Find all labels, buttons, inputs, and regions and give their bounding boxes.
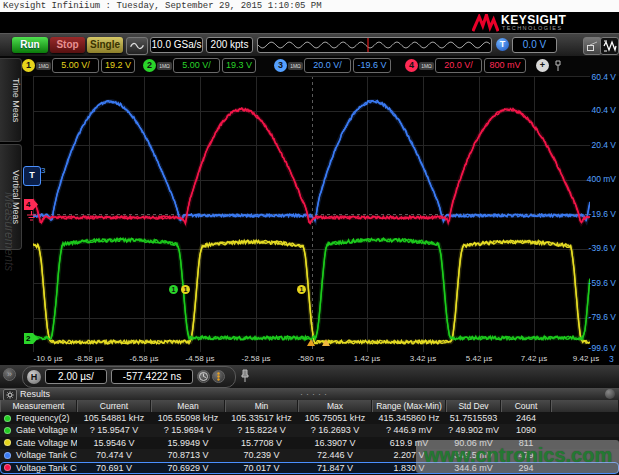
- brand-subtitle: TECHNOLOGIES: [502, 25, 563, 31]
- results-title-bar[interactable]: Results ·····: [0, 388, 619, 400]
- right-axis-label: -19.6 V: [586, 209, 616, 219]
- measurement-dot: [4, 452, 11, 459]
- horizontal-icon[interactable]: H: [27, 370, 41, 384]
- panel-drag-handle[interactable]: ·····: [300, 388, 330, 400]
- keysight-spark-icon: [472, 14, 499, 32]
- channel-bar: 1 1MΩ 5.00 V/ 19.2 V 2 1MΩ 5.00 V/ 19.3 …: [0, 56, 619, 76]
- channel-2-coupling: 1MΩ: [157, 62, 172, 70]
- trigger-level-marker[interactable]: T: [23, 166, 41, 186]
- timebase-position-field[interactable]: -577.4222 ns: [111, 369, 193, 384]
- acquisition-toolbar: Run Stop Single 10.0 GSa/s 200 kpts T 0.…: [0, 33, 619, 56]
- time-axis-label: -10.6 µs: [33, 354, 62, 363]
- acquisition-overview[interactable]: [257, 37, 492, 53]
- time-axis-label: 5.42 µs: [466, 354, 492, 363]
- right-axis-label: 400 mV: [586, 174, 616, 184]
- channel-4-scale-field[interactable]: 20.0 V/: [435, 58, 482, 73]
- time-axis-label: -4.58 µs: [185, 354, 214, 363]
- channel-1-icon[interactable]: 1: [22, 59, 35, 72]
- add-channel-button[interactable]: +: [536, 59, 549, 72]
- column-header[interactable]: Mean: [151, 400, 225, 412]
- right-axis-label: 20.4 V: [586, 140, 616, 150]
- waveform-traces: [33, 76, 590, 352]
- measurement-dot: [4, 439, 11, 446]
- results-header-row: Measurement Current Mean Min Max Range (…: [0, 400, 619, 412]
- time-axis-label: -6.58 µs: [129, 354, 158, 363]
- channel-3-icon[interactable]: 3: [274, 59, 287, 72]
- horizontal-bar: » H 2.00 µs/ -577.4222 ns: [0, 365, 619, 388]
- measurements-ghost-label: Measurements: [2, 192, 16, 271]
- timebase-scale-field[interactable]: 2.00 µs/: [45, 369, 107, 384]
- column-header[interactable]: Min: [225, 400, 298, 412]
- right-axis-label: -59.6 V: [586, 278, 616, 288]
- waveform-display[interactable]: 1 1 1: [33, 76, 590, 352]
- time-axis-label: -8.58 µs: [74, 354, 103, 363]
- results-collapse-button[interactable]: [605, 389, 615, 399]
- channel-2-icon[interactable]: 2: [143, 59, 156, 72]
- horizontal-scale-icon[interactable]: [126, 37, 148, 55]
- overview-waveform: [258, 38, 491, 52]
- meas-marker-yellow-2[interactable]: 1: [297, 285, 306, 294]
- column-header[interactable]: Measurement: [0, 400, 77, 412]
- channel-1-offset-field[interactable]: 19.2 V: [101, 58, 135, 73]
- run-button[interactable]: Run: [12, 37, 48, 53]
- acquisition-mode-icon[interactable]: [197, 370, 210, 383]
- channel-4-coupling: 1MΩ: [419, 62, 434, 70]
- time-axis-label: 1.42 µs: [354, 354, 380, 363]
- channel-4-icon[interactable]: 4: [405, 59, 418, 72]
- column-header[interactable]: Std Dev: [446, 400, 501, 412]
- column-header[interactable]: Max: [298, 400, 372, 412]
- results-title: Results: [20, 388, 50, 400]
- channel-3-offset-field[interactable]: -19.6 V: [353, 58, 391, 73]
- probe-icon[interactable]: [553, 60, 563, 72]
- meas-marker-yellow-1[interactable]: 1: [181, 285, 190, 294]
- time-axis-label: -580 ns: [298, 354, 325, 363]
- horizontal-controls-group: H 2.00 µs/ -577.4222 ns: [22, 366, 236, 388]
- time-axis-label: 3.42 µs: [410, 354, 436, 363]
- expand-panel-button[interactable]: »: [3, 368, 16, 381]
- stop-button[interactable]: Stop: [50, 37, 85, 53]
- column-header[interactable]: Current: [77, 400, 151, 412]
- right-axis-label: -79.6 V: [586, 312, 616, 322]
- channel-4-offset-field[interactable]: 800 mV: [484, 58, 526, 73]
- roll-mode-icon[interactable]: [212, 370, 225, 383]
- channel-2-scale-field[interactable]: 5.00 V/: [173, 58, 220, 73]
- window-title: Keysight Infiniium : Tuesday, September …: [0, 0, 619, 12]
- sample-rate-field[interactable]: 10.0 GSa/s: [150, 37, 203, 53]
- tab-time-meas[interactable]: Time Meas: [0, 58, 22, 142]
- oscilloscope-screen: Keysight Infiniium : Tuesday, September …: [0, 0, 619, 475]
- ground-symbol-icon: [26, 211, 37, 221]
- column-header[interactable]: Range (Max-Min): [372, 400, 446, 412]
- time-axis-label: -2.58 µs: [241, 354, 270, 363]
- channel-3-coupling: 1MΩ: [288, 62, 303, 70]
- channel-2-offset-field[interactable]: 19.3 V: [222, 58, 256, 73]
- meas-marker-green[interactable]: 1: [169, 285, 178, 294]
- gate-start-marker-icon[interactable]: [307, 339, 315, 346]
- trigger-source-icon[interactable]: T: [496, 38, 509, 51]
- table-row[interactable]: Frequency(2) 105.54881 kHz105.55098 kHz …: [0, 412, 619, 424]
- tilde-icon: [129, 40, 145, 52]
- measurement-dot: [4, 427, 11, 434]
- waveform-arrows-icon: [603, 40, 617, 52]
- time-axis-label: 7.42 µs: [521, 354, 547, 363]
- column-header[interactable]: Count: [501, 400, 551, 412]
- right-axis-label: -39.6 V: [586, 243, 616, 253]
- autoscale-icon[interactable]: [600, 37, 619, 55]
- watermark-text: www.cntronics.com: [424, 444, 619, 467]
- pin-icon[interactable]: [240, 369, 250, 383]
- table-row[interactable]: Gate Voltage MC ? 15.9547 V? 15.9694 V ?…: [0, 424, 619, 436]
- column-header[interactable]: [551, 400, 619, 412]
- channel-1-coupling: 1MΩ: [36, 62, 51, 70]
- time-axis-label: 9.42 µs: [573, 354, 599, 363]
- channel-3-scale-field[interactable]: 20.0 V/: [304, 58, 351, 73]
- axis-channel-number: 3: [609, 354, 614, 364]
- trigger-channel-label: 3: [41, 166, 45, 175]
- gate-stop-marker-icon[interactable]: [322, 339, 330, 346]
- display-icon: [587, 41, 598, 51]
- memory-depth-field[interactable]: 200 kpts: [206, 37, 253, 53]
- trigger-level-field[interactable]: 0.0 V: [512, 37, 557, 53]
- channel-1-scale-field[interactable]: 5.00 V/: [52, 58, 99, 73]
- right-axis-label: 40.4 V: [586, 105, 616, 115]
- single-button[interactable]: Single: [87, 37, 123, 53]
- measurement-dot: [4, 415, 11, 422]
- right-axis-label: 60.4 V: [586, 72, 616, 82]
